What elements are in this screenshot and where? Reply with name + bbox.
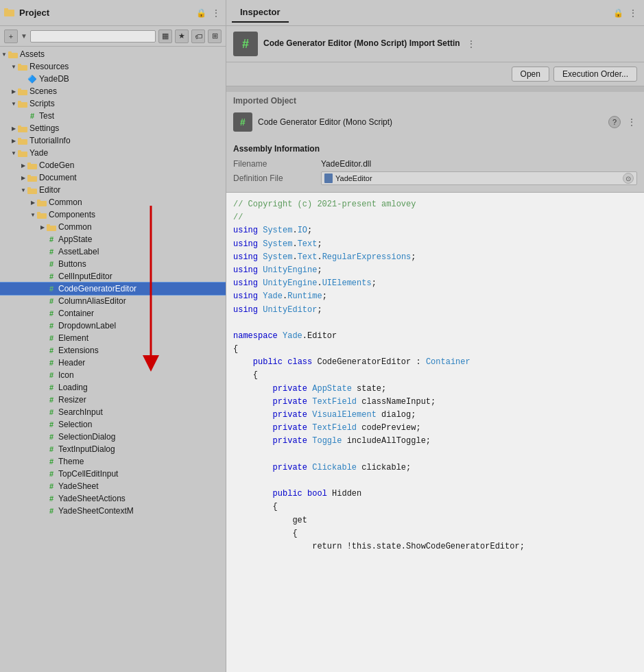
tree-item-document[interactable]: Document [0, 171, 226, 184]
item-label: AssetLabel [58, 247, 99, 256]
tag-btn[interactable]: 🏷 [191, 29, 205, 43]
tree-item-columnaliaseditor[interactable]: #ColumnAliasEditor [0, 295, 226, 307]
tree-item-assets[interactable]: Assets [0, 48, 226, 60]
tree-item-resources[interactable]: Resources [0, 60, 226, 73]
cs-icon: # [47, 445, 56, 453]
tree-item-container[interactable]: #Container [0, 307, 226, 320]
triangle-icon[interactable] [19, 186, 27, 194]
item-label: Element [58, 333, 88, 343]
tree-item-common_folder[interactable]: Common [0, 196, 226, 208]
inspector-lock-icon[interactable]: 🔒 [612, 8, 623, 19]
item-label: CodeGeneratorEditor [58, 284, 136, 293]
tree-item-test[interactable]: #Test [0, 110, 226, 122]
cs-icon: # [47, 260, 56, 268]
toolbar-row: + ▼ ▦ ★ 🏷 ⊞ [0, 26, 226, 47]
tree-item-common_sub[interactable]: Common [0, 221, 226, 233]
folder-icon [8, 51, 18, 58]
svg-rect-17 [27, 163, 31, 165]
triangle-icon[interactable] [19, 173, 27, 182]
definition-file-box: YadeEditor ⊙ [321, 171, 637, 185]
triangle-icon[interactable] [19, 161, 27, 169]
tree-item-settings[interactable]: Settings [0, 122, 226, 134]
tree-item-selection[interactable]: #Selection [0, 418, 226, 431]
triangle-icon[interactable] [0, 50, 8, 58]
def-file-icon [324, 173, 333, 183]
def-file-circle-btn[interactable]: ⊙ [623, 173, 634, 184]
tree-item-assetlabel[interactable]: #AssetLabel [0, 245, 226, 258]
inspector-menu-icon[interactable]: ⋮ [628, 8, 639, 19]
tree-item-element[interactable]: #Element [0, 332, 226, 344]
search-input[interactable] [30, 30, 156, 43]
item-label: YadeSheet [58, 481, 99, 491]
lock-icon[interactable]: 🔒 [195, 8, 206, 19]
tree-item-buttons[interactable]: #Buttons [0, 258, 226, 270]
triangle-icon[interactable] [10, 136, 18, 145]
folder-icon [18, 149, 27, 157]
tree-item-tutorialinfo[interactable]: TutorialInfo [0, 134, 226, 147]
imported-menu-icon[interactable]: ⋮ [626, 117, 637, 128]
cs-icon: # [47, 272, 56, 280]
triangle-icon[interactable] [10, 149, 18, 157]
add-dropdown-icon[interactable]: ▼ [21, 32, 27, 40]
svg-rect-23 [37, 200, 40, 202]
tree-item-appstate[interactable]: #AppState [0, 233, 226, 245]
tree-item-icon[interactable]: #Icon [0, 369, 226, 381]
item-label: Common [58, 222, 92, 232]
tree-item-theme[interactable]: #Theme [0, 455, 226, 468]
tree-item-textinputdialog[interactable]: #TextInputDialog [0, 443, 226, 455]
tree-item-components[interactable]: Components [0, 208, 226, 221]
open-button[interactable]: Open [512, 67, 549, 82]
svg-rect-25 [37, 212, 40, 215]
tree-item-yadesheet[interactable]: #YadeSheet [0, 480, 226, 492]
menu-icon[interactable]: ⋮ [211, 8, 222, 19]
triangle-icon[interactable] [29, 211, 37, 219]
tree-item-codegeneratoreditor[interactable]: #CodeGeneratorEditor [0, 283, 226, 295]
star-btn[interactable]: ★ [175, 29, 189, 43]
tree-item-yadesheetcontext[interactable]: #YadeSheetContextM [0, 505, 226, 517]
triangle-icon[interactable] [10, 99, 18, 108]
filter-btn[interactable]: ⊞ [208, 29, 222, 43]
inspector-content: # Code Generator Editor (Mono Script) Im… [226, 26, 644, 672]
grid-view-btn[interactable]: ▦ [158, 29, 172, 43]
tree-item-loading[interactable]: #Loading [0, 381, 226, 394]
triangle-icon[interactable] [10, 87, 18, 95]
cs-icon: # [47, 482, 56, 490]
triangle-icon[interactable] [10, 62, 18, 71]
execution-order-button[interactable]: Execution Order... [553, 67, 637, 82]
tree-item-yade[interactable]: Yade [0, 147, 226, 159]
help-button[interactable]: ? [608, 116, 621, 128]
item-label: Resources [29, 62, 69, 71]
triangle-icon[interactable] [29, 198, 37, 206]
script-header: # Code Generator Editor (Mono Script) Im… [226, 26, 644, 62]
triangle-icon[interactable] [10, 124, 18, 132]
tree-item-scenes[interactable]: Scenes [0, 85, 226, 97]
tree-item-cellinputeditor[interactable]: #CellInputEditor [0, 270, 226, 283]
tree-item-yadedb[interactable]: 🔷YadeDB [0, 73, 226, 85]
tree-item-codegen[interactable]: CodeGen [0, 159, 226, 171]
inspector-header: Inspector 🔒 ⋮ [226, 0, 644, 26]
tree-item-scripts[interactable]: Scripts [0, 97, 226, 110]
item-label: Buttons [58, 259, 86, 269]
inspector-tab[interactable]: Inspector [232, 3, 289, 23]
tree-item-dropdownlabel[interactable]: #DropdownLabel [0, 320, 226, 332]
assembly-title: Assembly Information [233, 144, 637, 154]
tree-item-editor[interactable]: Editor [0, 184, 226, 196]
script-menu-icon[interactable]: ⋮ [466, 38, 477, 49]
item-label: CellInputEditor [58, 272, 112, 281]
tree-item-header[interactable]: #Header [0, 357, 226, 369]
cs-icon: # [47, 346, 56, 355]
folder-icon [27, 174, 37, 182]
tree-item-topcelleditinput[interactable]: #TopCellEditInput [0, 468, 226, 480]
tree-item-searchinput[interactable]: #SearchInput [0, 406, 226, 418]
tree-item-resizer[interactable]: #Resizer [0, 394, 226, 406]
tree-item-yadesheetactions[interactable]: #YadeSheetActions [0, 492, 226, 505]
folder-icon [27, 187, 37, 194]
cs-icon: # [47, 235, 56, 243]
tree-item-selectiondialog[interactable]: #SelectionDialog [0, 431, 226, 443]
definition-file-label: Definition File [233, 173, 315, 183]
item-label: Test [39, 111, 54, 121]
tree-item-extensions[interactable]: #Extensions [0, 344, 226, 357]
triangle-icon[interactable] [38, 223, 47, 231]
svg-rect-3 [8, 51, 12, 54]
add-button[interactable]: + [4, 29, 18, 43]
